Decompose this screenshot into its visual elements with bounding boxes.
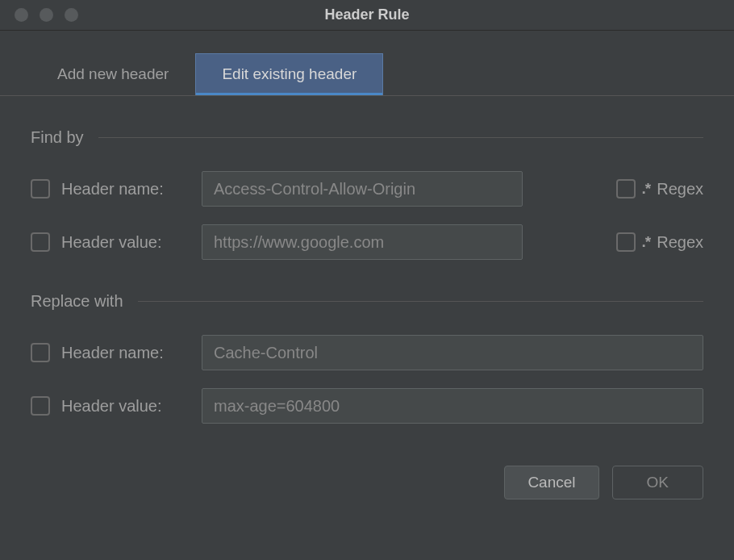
find-by-title: Find by: [31, 128, 84, 147]
find-header-value-regex-group: .* Regex: [616, 232, 704, 252]
close-window-icon[interactable]: [15, 8, 28, 22]
dialog-content: Find by Header name: .* Regex Header val…: [0, 128, 734, 424]
replace-header-value-checkbox[interactable]: [31, 396, 50, 416]
find-header-name-label: Header name:: [61, 180, 190, 199]
window-title: Header Rule: [324, 6, 409, 23]
find-header-name-input[interactable]: [202, 171, 523, 207]
window-controls: [0, 8, 78, 22]
tab-add-new-header[interactable]: Add new header: [31, 53, 195, 95]
find-header-name-row: Header name: .* Regex: [31, 171, 703, 207]
find-by-section: Find by Header name: .* Regex Header val…: [31, 128, 703, 260]
find-header-value-row: Header value: .* Regex: [31, 224, 703, 260]
regex-icon: .*: [642, 233, 651, 251]
titlebar: Header Rule: [0, 0, 734, 31]
find-header-value-input[interactable]: [202, 224, 523, 260]
minimize-window-icon[interactable]: [40, 8, 53, 22]
divider: [138, 301, 703, 302]
find-header-value-label: Header value:: [61, 233, 190, 252]
replace-with-header: Replace with: [31, 292, 703, 311]
find-header-value-regex-checkbox[interactable]: [616, 232, 636, 252]
find-header-value-checkbox[interactable]: [31, 232, 50, 252]
regex-icon: .*: [642, 180, 651, 198]
find-header-name-checkbox[interactable]: [31, 179, 50, 199]
tab-edit-existing-header[interactable]: Edit existing header: [195, 53, 383, 95]
divider: [98, 137, 703, 138]
maximize-window-icon[interactable]: [65, 8, 78, 22]
replace-header-value-row: Header value:: [31, 388, 703, 424]
tab-bar: Add new header Edit existing header: [0, 31, 734, 96]
find-header-name-regex-group: .* Regex: [616, 179, 704, 199]
replace-header-name-row: Header name:: [31, 335, 703, 370]
regex-label: Regex: [657, 180, 703, 199]
ok-button[interactable]: OK: [612, 466, 703, 499]
cancel-button[interactable]: Cancel: [504, 466, 598, 499]
replace-header-value-label: Header value:: [61, 397, 190, 416]
replace-with-title: Replace with: [31, 292, 123, 311]
replace-header-name-checkbox[interactable]: [31, 343, 50, 362]
dialog-buttons: Cancel OK: [0, 441, 734, 499]
replace-header-value-input[interactable]: [202, 388, 703, 424]
replace-header-name-input[interactable]: [202, 335, 703, 370]
replace-with-section: Replace with Header name: Header value:: [31, 292, 703, 424]
find-header-name-regex-checkbox[interactable]: [616, 179, 636, 199]
find-by-header: Find by: [31, 128, 703, 147]
replace-header-name-label: Header name:: [61, 344, 190, 362]
regex-label: Regex: [657, 233, 703, 252]
